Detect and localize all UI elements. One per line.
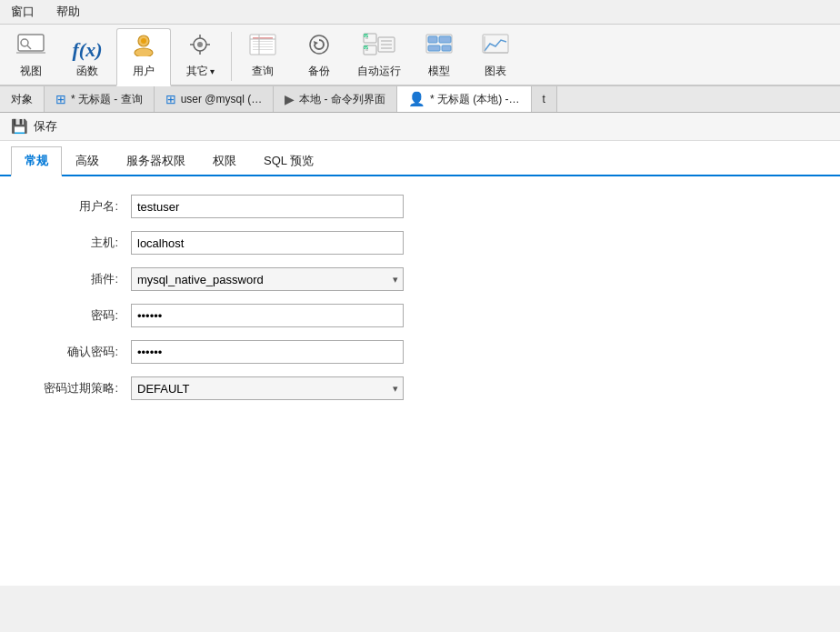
toolbar-function-label: 函数 (76, 64, 98, 79)
toolbar-backup-label: 备份 (308, 64, 330, 79)
svg-rect-34 (428, 45, 440, 51)
svg-point-12 (197, 42, 203, 47)
save-label: 保存 (34, 118, 57, 135)
tab-cmd-local-label: 本地 - 命令列界面 (299, 92, 385, 107)
label-host: 主机: (22, 235, 131, 251)
form-content: 用户名: 主机: 插件: mysql_native_password sha25… (0, 176, 840, 431)
toolbar-divider-1 (231, 32, 232, 81)
label-username: 用户名: (22, 198, 131, 215)
tab-user-mysql-icon: ⊞ (165, 92, 176, 106)
form-tab-server-rights[interactable]: 服务器权限 (113, 146, 199, 176)
toolbar-autorun-label: 自动运行 (357, 64, 401, 79)
label-password: 密码: (22, 307, 131, 324)
form-tabs: 常规 高级 服务器权限 权限 SQL 预览 (0, 146, 840, 176)
form-tab-general[interactable]: 常规 (11, 146, 62, 176)
tab-object-label: 对象 (11, 92, 33, 107)
tab-untitled-query[interactable]: ⊞ * 无标题 - 查询 (45, 86, 155, 112)
toolbar: 视图 f(x) 函数 用户 其它▾ (0, 25, 840, 86)
svg-point-5 (135, 48, 153, 56)
form-row-confirm-password: 确认密码: (22, 340, 818, 364)
toolbar-user[interactable]: 用户 (116, 28, 171, 86)
svg-rect-36 (483, 35, 508, 53)
toolbar-user-label: 用户 (133, 64, 155, 79)
backup-icon (305, 33, 334, 60)
toolbar-backup[interactable]: 备份 (292, 28, 346, 85)
svg-point-21 (310, 35, 328, 54)
toolbar-chart-label: 图表 (485, 64, 506, 79)
menubar: 窗口 帮助 (0, 0, 840, 25)
form-row-host: 主机: (22, 231, 818, 255)
save-icon: 💾 (11, 118, 28, 135)
tabs-row: 对象 ⊞ * 无标题 - 查询 ⊞ user @mysql (… ▶ 本地 - … (0, 86, 840, 113)
select-plugin[interactable]: mysql_native_password sha256_password ca… (131, 267, 404, 291)
tab-more-label: t (543, 93, 545, 105)
view-icon (16, 33, 45, 60)
form-row-password-expiry: 密码过期策略: DEFAULT NEVER INTERVAL ▾ (22, 376, 818, 400)
svg-rect-35 (442, 45, 451, 51)
form-row-username: 用户名: (22, 195, 818, 218)
toolbar-query-label: 查询 (252, 64, 274, 79)
form-row-password: 密码: (22, 304, 818, 327)
other-icon (185, 33, 215, 60)
label-plugin: 插件: (22, 271, 131, 287)
input-confirm-password[interactable] (131, 340, 404, 364)
toolbar-view-label: 视图 (20, 64, 42, 79)
tab-untitled-local-icon: 👤 (408, 91, 425, 107)
form-tab-rights[interactable]: 权限 (199, 146, 250, 176)
toolbar-model[interactable]: 模型 (412, 28, 466, 85)
save-bar: 💾 保存 (0, 113, 840, 141)
user-icon (129, 33, 158, 60)
tab-cmd-local[interactable]: ▶ 本地 - 命令列界面 (274, 86, 397, 112)
tab-untitled-query-icon: ⊞ (55, 92, 66, 106)
svg-rect-18 (253, 49, 273, 50)
tab-untitled-query-label: * 无标题 - 查询 (71, 92, 143, 107)
toolbar-function[interactable]: f(x) 函数 (60, 28, 115, 85)
toolbar-view[interactable]: 视图 (4, 28, 58, 85)
toolbar-other[interactable]: 其它▾ (173, 28, 227, 85)
tab-more[interactable]: t (532, 86, 557, 112)
svg-rect-17 (253, 46, 273, 47)
svg-rect-15 (253, 41, 273, 42)
toolbar-other-label: 其它▾ (186, 64, 215, 79)
label-password-expiry: 密码过期策略: (22, 380, 131, 396)
tab-untitled-local-label: * 无标题 (本地) -… (430, 92, 520, 107)
input-username[interactable] (131, 195, 404, 218)
form-row-plugin: 插件: mysql_native_password sha256_passwor… (22, 267, 818, 291)
other-arrow: ▾ (210, 66, 215, 76)
expiry-select-wrap: DEFAULT NEVER INTERVAL ▾ (131, 376, 404, 400)
toolbar-query[interactable]: 查询 (235, 28, 290, 85)
select-password-expiry[interactable]: DEFAULT NEVER INTERVAL (131, 376, 404, 400)
query-icon (248, 33, 277, 60)
svg-rect-16 (253, 44, 273, 45)
chart-icon (481, 33, 510, 60)
tab-user-mysql[interactable]: ⊞ user @mysql (… (155, 86, 275, 112)
svg-point-6 (141, 38, 146, 44)
main-area: 💾 保存 常规 高级 服务器权限 权限 SQL 预览 用户名: 主机: 插件: … (0, 113, 840, 586)
label-confirm-password: 确认密码: (22, 344, 131, 360)
toolbar-autorun[interactable]: 自动运行 (348, 28, 410, 85)
input-host[interactable] (131, 231, 404, 255)
tab-untitled-local[interactable]: 👤 * 无标题 (本地) -… (397, 86, 532, 113)
toolbar-chart[interactable]: 图表 (468, 28, 523, 85)
svg-rect-32 (428, 36, 437, 43)
plugin-select-wrap: mysql_native_password sha256_password ca… (131, 267, 404, 291)
model-icon (425, 33, 454, 60)
toolbar-model-label: 模型 (428, 64, 450, 79)
tab-cmd-local-icon: ▶ (285, 92, 295, 106)
menu-help[interactable]: 帮助 (53, 2, 84, 22)
form-tab-sql-preview[interactable]: SQL 预览 (250, 146, 327, 176)
input-password[interactable] (131, 304, 404, 327)
tab-object[interactable]: 对象 (0, 86, 45, 112)
form-tab-advanced[interactable]: 高级 (62, 146, 113, 176)
menu-window[interactable]: 窗口 (7, 2, 38, 22)
tab-user-mysql-label: user @mysql (… (181, 93, 263, 105)
svg-rect-33 (439, 36, 451, 43)
autorun-icon (363, 33, 395, 60)
function-icon: f(x) (73, 40, 103, 60)
